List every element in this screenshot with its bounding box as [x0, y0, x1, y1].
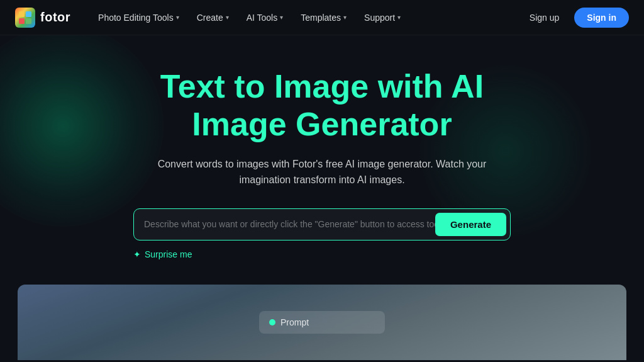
nav-label-support: Support — [364, 13, 395, 23]
chevron-down-icon: ▾ — [226, 14, 229, 21]
logo-icon — [15, 8, 35, 28]
prompt-card-label: Prompt — [280, 317, 309, 327]
nav-label-ai-tools: AI Tools — [247, 13, 278, 23]
svg-rect-2 — [19, 18, 25, 24]
generate-bar: Generate — [133, 208, 511, 240]
svg-rect-1 — [26, 11, 31, 17]
surprise-me-label: Surprise me — [145, 249, 192, 259]
logo[interactable]: fotor — [15, 8, 70, 28]
nav-label-photo-editing: Photo Editing Tools — [98, 13, 174, 23]
nav-item-templates[interactable]: Templates ▾ — [293, 9, 354, 26]
prompt-card: Prompt — [259, 311, 385, 334]
navbar: fotor Photo Editing Tools ▾ Create ▾ AI … — [0, 0, 644, 35]
nav-item-create[interactable]: Create ▾ — [189, 9, 236, 26]
hero-title-line1: Text to Image with AI — [160, 68, 484, 105]
nav-item-photo-editing[interactable]: Photo Editing Tools ▾ — [91, 9, 187, 26]
svg-rect-0 — [19, 11, 25, 17]
signup-button[interactable]: Sign up — [522, 9, 567, 26]
nav-label-templates: Templates — [301, 13, 341, 23]
nav-items: Photo Editing Tools ▾ Create ▾ AI Tools … — [91, 9, 522, 26]
generate-button[interactable]: Generate — [435, 213, 506, 236]
prompt-input[interactable] — [144, 215, 435, 233]
nav-label-create: Create — [197, 13, 223, 23]
logo-text: fotor — [40, 10, 70, 25]
nav-item-support[interactable]: Support ▾ — [357, 9, 408, 26]
chevron-down-icon: ▾ — [176, 14, 179, 21]
chevron-down-icon: ▾ — [397, 14, 401, 21]
signin-button[interactable]: Sign in — [574, 8, 629, 28]
surprise-me-button[interactable]: ✦ Surprise me — [133, 249, 192, 259]
hero-title: Text to Image with AI Image Generator — [160, 68, 484, 144]
svg-rect-3 — [26, 18, 31, 24]
preview-area: Prompt — [18, 285, 626, 360]
nav-auth: Sign up Sign in — [522, 8, 629, 28]
nav-item-ai-tools[interactable]: AI Tools ▾ — [239, 9, 291, 26]
chevron-down-icon: ▾ — [343, 14, 347, 21]
sparkle-icon: ✦ — [133, 249, 141, 259]
chevron-down-icon: ▾ — [280, 14, 283, 21]
hero-subtitle: Convert words to images with Fotor's fre… — [146, 156, 498, 188]
hero-section: Text to Image with AI Image Generator Co… — [0, 35, 644, 280]
prompt-dot — [269, 319, 275, 325]
hero-title-line2: Image Generator — [192, 106, 452, 142]
